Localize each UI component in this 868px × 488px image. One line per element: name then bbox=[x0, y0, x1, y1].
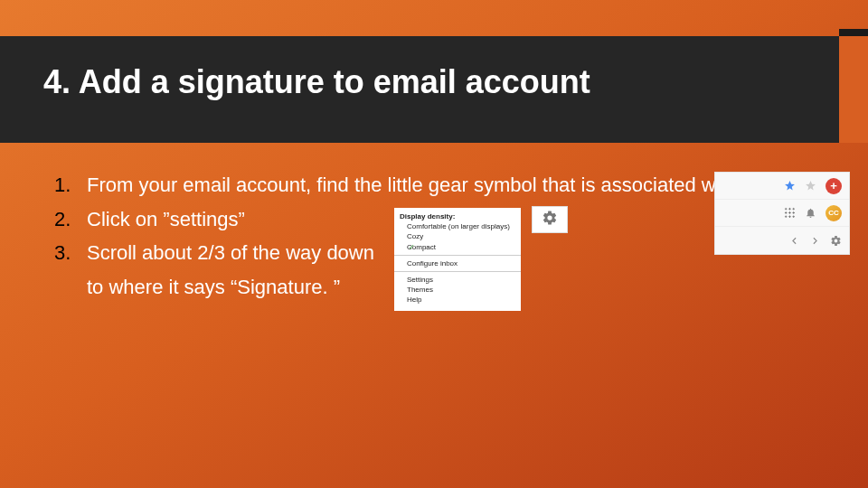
accent-top bbox=[839, 29, 868, 36]
menu-option: Comfortable (on larger displays) bbox=[407, 221, 515, 231]
menu-option-selected: ✓ Compact bbox=[407, 242, 515, 252]
menu-item: Help bbox=[407, 295, 515, 305]
menu-item: Settings bbox=[407, 275, 515, 285]
bell-icon bbox=[805, 207, 816, 219]
gear-icon bbox=[542, 210, 558, 230]
menu-divider bbox=[394, 271, 521, 272]
menu-option: Cozy bbox=[407, 231, 515, 241]
star-icon bbox=[784, 180, 796, 192]
accent-strip bbox=[839, 36, 868, 143]
toolbar-row-3 bbox=[715, 227, 849, 254]
step-text: Click on ”settings” bbox=[87, 208, 245, 230]
star-icon bbox=[805, 180, 816, 192]
chevron-right-icon bbox=[809, 235, 821, 247]
apps-grid-icon bbox=[784, 207, 796, 219]
settings-gear-thumbnail bbox=[532, 206, 568, 233]
slide: 4. Add a signature to email account 1. F… bbox=[0, 0, 868, 488]
step-number: 3. bbox=[54, 239, 71, 267]
toolbar-row-1: + bbox=[715, 173, 849, 200]
menu-header: Display density: bbox=[400, 211, 515, 221]
slide-title: 4. Add a signature to email account bbox=[43, 63, 590, 101]
chevron-left-icon bbox=[788, 235, 800, 247]
check-icon: ✓ bbox=[409, 242, 415, 252]
step-text: to where it says “Signature. ” bbox=[87, 276, 340, 298]
avatar: CC bbox=[826, 205, 842, 221]
gmail-toolbar-thumbnail: + CC bbox=[714, 172, 850, 255]
menu-item: Themes bbox=[407, 285, 515, 295]
step-1: 1. From your email account, find the lit… bbox=[43, 172, 825, 199]
menu-divider bbox=[394, 255, 521, 256]
step-text: Scroll about 2/3 of the way down bbox=[87, 241, 374, 264]
step-number: 1. bbox=[54, 172, 71, 199]
google-plus-icon: + bbox=[826, 178, 842, 194]
menu-item: Configure inbox bbox=[407, 258, 515, 268]
settings-menu-thumbnail: Display density: Comfortable (on larger … bbox=[394, 208, 521, 311]
step-number: 2. bbox=[54, 206, 71, 233]
toolbar-row-2: CC bbox=[715, 200, 849, 227]
gear-icon bbox=[830, 235, 842, 247]
